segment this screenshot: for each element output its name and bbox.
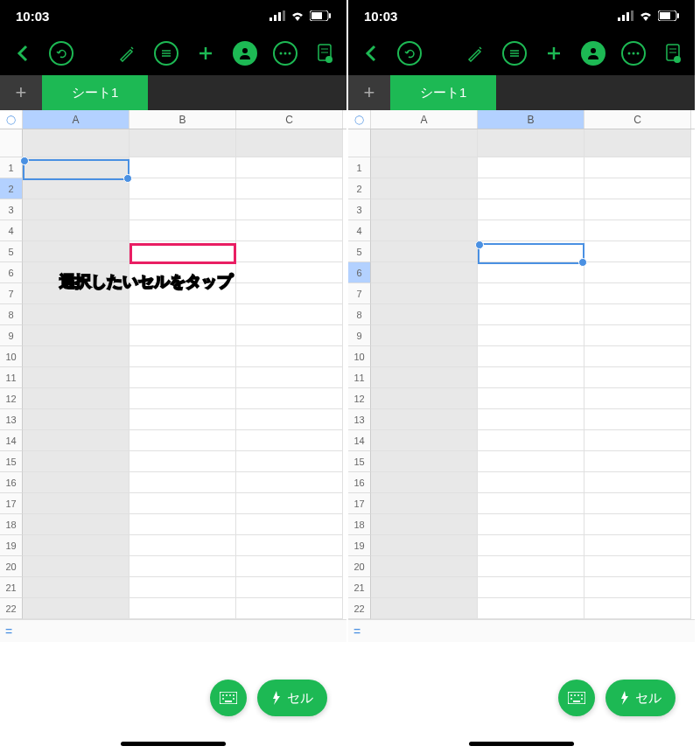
cell[interactable] (584, 535, 691, 556)
cell[interactable] (584, 346, 691, 367)
cell[interactable] (371, 493, 478, 514)
cell[interactable] (584, 220, 691, 241)
formula-bar[interactable]: = (348, 619, 695, 642)
row-header[interactable]: 4 (0, 220, 23, 241)
cell[interactable] (478, 472, 584, 493)
cell[interactable] (478, 199, 584, 220)
cell[interactable] (371, 451, 478, 472)
cell[interactable] (584, 178, 691, 199)
cell[interactable] (236, 535, 343, 556)
cell[interactable] (584, 409, 691, 430)
cell[interactable] (584, 598, 691, 619)
cell[interactable] (478, 304, 584, 325)
cell[interactable] (478, 325, 584, 346)
cell[interactable] (371, 241, 478, 262)
col-header-c[interactable]: C (584, 110, 691, 129)
cell[interactable] (478, 493, 584, 514)
col-header-a[interactable]: A (23, 110, 130, 129)
undo-button[interactable] (397, 41, 422, 66)
cell[interactable] (236, 577, 343, 598)
cell[interactable] (23, 304, 130, 325)
keyboard-fab[interactable] (558, 680, 595, 716)
row-header[interactable]: 13 (348, 409, 371, 430)
cell[interactable] (130, 388, 236, 409)
row-header[interactable]: 15 (0, 451, 23, 472)
cell[interactable] (371, 598, 478, 619)
col-header-c[interactable]: C (236, 110, 343, 129)
cell[interactable] (130, 598, 236, 619)
row-header[interactable]: 17 (348, 493, 371, 514)
cell[interactable] (236, 367, 343, 388)
cell[interactable] (130, 346, 236, 367)
cell[interactable] (371, 199, 478, 220)
cell[interactable] (23, 220, 130, 241)
cell[interactable] (236, 304, 343, 325)
cell[interactable] (371, 472, 478, 493)
cell[interactable] (478, 178, 584, 199)
cell[interactable] (23, 493, 130, 514)
row-header[interactable]: 8 (348, 304, 371, 325)
row-header[interactable]: 10 (348, 346, 371, 367)
cell[interactable] (584, 556, 691, 577)
spreadsheet-grid[interactable]: ◯ A B C 12345678910111213141516171819202… (0, 110, 346, 619)
row-header[interactable]: 20 (348, 556, 371, 577)
cell[interactable] (23, 157, 130, 178)
row-header[interactable]: 14 (0, 430, 23, 451)
cell[interactable] (478, 220, 584, 241)
cell[interactable] (130, 199, 236, 220)
row-header[interactable]: 16 (0, 472, 23, 493)
cell[interactable] (478, 367, 584, 388)
cell[interactable] (130, 304, 236, 325)
list-icon[interactable] (502, 41, 527, 66)
cell[interactable] (584, 430, 691, 451)
cell[interactable] (584, 157, 691, 178)
cell[interactable] (584, 199, 691, 220)
cell[interactable] (584, 514, 691, 535)
cell[interactable] (584, 262, 691, 283)
cell[interactable] (130, 472, 236, 493)
cell[interactable] (584, 493, 691, 514)
document-icon[interactable] (313, 42, 336, 65)
cell[interactable] (236, 241, 343, 262)
cell[interactable] (23, 430, 130, 451)
row-header[interactable]: 22 (348, 598, 371, 619)
row-header[interactable]: 1 (348, 157, 371, 178)
cell[interactable] (478, 514, 584, 535)
cell[interactable] (584, 577, 691, 598)
cell[interactable] (584, 388, 691, 409)
cell[interactable] (236, 493, 343, 514)
row-header[interactable]: 19 (0, 535, 23, 556)
add-sheet-button[interactable]: + (0, 75, 42, 110)
more-button[interactable] (273, 41, 298, 66)
row-header[interactable]: 4 (348, 220, 371, 241)
row-header[interactable]: 3 (0, 199, 23, 220)
home-indicator[interactable] (121, 742, 226, 746)
profile-button[interactable] (581, 41, 606, 66)
cell[interactable] (371, 367, 478, 388)
cell[interactable] (371, 346, 478, 367)
cell[interactable] (23, 451, 130, 472)
cell[interactable] (371, 178, 478, 199)
cell[interactable] (130, 409, 236, 430)
cell[interactable] (371, 556, 478, 577)
row-header[interactable]: 10 (0, 346, 23, 367)
cell[interactable] (23, 556, 130, 577)
cell[interactable] (371, 409, 478, 430)
row-header[interactable]: 7 (0, 283, 23, 304)
cell[interactable] (130, 451, 236, 472)
cell[interactable] (236, 325, 343, 346)
cell[interactable] (371, 388, 478, 409)
cell[interactable] (23, 325, 130, 346)
cell[interactable] (584, 472, 691, 493)
cell[interactable] (23, 367, 130, 388)
row-header[interactable]: 13 (0, 409, 23, 430)
cell[interactable] (236, 220, 343, 241)
cell[interactable] (478, 346, 584, 367)
brush-icon[interactable] (116, 42, 138, 65)
row-header[interactable]: 2 (348, 178, 371, 199)
sheet-tab-active[interactable]: シート1 (390, 75, 496, 110)
cell[interactable] (478, 262, 584, 283)
cell[interactable] (130, 325, 236, 346)
cell[interactable] (23, 346, 130, 367)
row-header[interactable]: 11 (0, 367, 23, 388)
